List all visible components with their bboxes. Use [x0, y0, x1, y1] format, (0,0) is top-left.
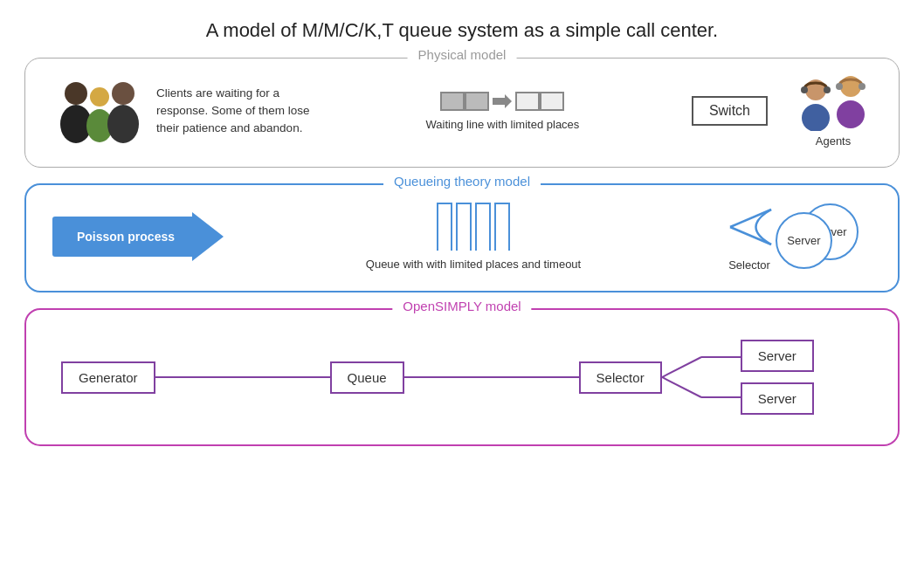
opensimply-label: OpenSIMPLY model [392, 299, 531, 313]
physical-label: Physical model [408, 47, 517, 62]
svg-point-2 [90, 87, 109, 107]
server2-label: Server [787, 234, 820, 247]
line-queue-to-selector [404, 376, 579, 378]
client-description: Clients are waiting for a response. Some… [156, 85, 314, 138]
opensimply-panel: OpenSIMPLY model Generator Queue Selecto… [24, 308, 900, 446]
physical-queue-section: Waiting line with limited places [314, 92, 692, 131]
poisson-process: Poisson process [52, 212, 224, 261]
agents-label: Agents [816, 134, 851, 148]
svg-point-13 [858, 83, 865, 90]
physical-switch-section: Switch [692, 96, 768, 126]
queue-box-os: Queue [330, 361, 404, 394]
queue-box-1 [440, 92, 465, 111]
physical-clients: Clients are waiting for a response. Some… [52, 76, 314, 146]
selector-label: Selector [728, 258, 770, 272]
queueing-queue-section: Queue with with limited places and timeo… [224, 203, 723, 271]
svg-point-9 [824, 86, 831, 93]
generator-box: Generator [61, 361, 155, 394]
physical-agents-section: Agents [794, 74, 872, 148]
svg-point-4 [112, 82, 134, 105]
sections-wrapper: Physical model Clients are waiting for a… [0, 58, 924, 446]
queueing-panel: Queueing theory model Poisson process Qu… [24, 183, 900, 292]
agent-icons [794, 74, 872, 131]
svg-line-18 [662, 377, 701, 397]
os-servers: Server Server [741, 340, 814, 415]
queue-boxes [440, 92, 564, 111]
poisson-label: Poisson process [52, 217, 192, 257]
queue-bar-4 [494, 203, 510, 251]
queue-bar-3 [475, 203, 491, 251]
line-gen-to-queue [155, 376, 330, 378]
svg-point-10 [802, 104, 830, 131]
queueing-selector-section: Selector [723, 201, 776, 272]
svg-point-0 [65, 82, 87, 105]
svg-point-12 [836, 83, 843, 90]
queue-label: Waiting line with limited places [426, 118, 580, 131]
queueing-queue-label: Queue with with limited places and timeo… [366, 258, 581, 271]
physical-row: Clients are waiting for a response. Some… [52, 74, 872, 148]
svg-line-15 [730, 210, 771, 227]
svg-point-14 [837, 100, 865, 128]
server-circle-2: Server [776, 212, 832, 269]
queue-bar-1 [437, 203, 452, 251]
server2-box-os: Server [741, 382, 814, 415]
queueing-servers-section: Server Server [776, 203, 872, 269]
queueing-label: Queueing theory model [383, 174, 541, 189]
opensimply-row: Generator Queue Selector Server Server [52, 326, 872, 425]
svg-point-8 [801, 86, 808, 93]
agent-icon-1 [794, 74, 872, 131]
svg-marker-6 [493, 94, 512, 108]
poisson-arrow-shape: Poisson process [52, 212, 224, 261]
queue-box-3 [515, 92, 540, 111]
svg-line-17 [662, 357, 701, 377]
clients-icon [52, 76, 148, 146]
fork-lines-icon [662, 338, 741, 416]
physical-panel: Physical model Clients are waiting for a… [24, 58, 900, 168]
svg-line-16 [730, 227, 771, 244]
poisson-arrowhead-icon [192, 212, 224, 261]
queue-bars [437, 203, 510, 251]
queue-box-2 [465, 92, 489, 111]
server1-box-os: Server [741, 340, 814, 372]
queueing-row: Poisson process Queue with with limited … [52, 201, 872, 272]
selector-arc-icon [723, 201, 776, 253]
queue-arrow-area [493, 94, 512, 108]
queue-forward-icon [493, 94, 512, 108]
switch-box: Switch [692, 96, 768, 126]
selector-box-os: Selector [579, 361, 662, 394]
queue-box-4 [540, 92, 564, 111]
svg-point-5 [107, 105, 139, 143]
queue-bar-2 [456, 203, 472, 251]
server-circles: Server Server [776, 203, 872, 269]
